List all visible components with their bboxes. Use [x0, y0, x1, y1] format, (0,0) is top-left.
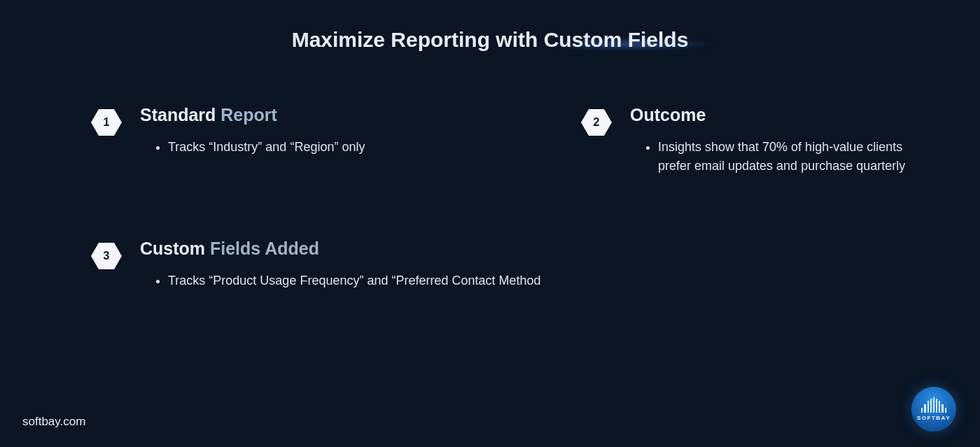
section-3: 3 Custom Fields Added Tracks “Product Us… — [0, 239, 980, 290]
list-item: Insights show that 70% of high-value cli… — [658, 138, 938, 176]
section-1-title-a: Standard — [140, 105, 220, 125]
slide-title-text: Maximize Reporting with Custom Fields — [292, 28, 689, 51]
section-1-list: Tracks “Industry” and “Region” only — [140, 138, 448, 157]
section-3-list: Tracks “Product Usage Frequency” and “Pr… — [140, 271, 630, 290]
section-1: 1 Standard Report Tracks “Industry” and … — [0, 105, 490, 176]
section-1-title: Standard Report — [140, 105, 448, 125]
section-3-title-a: Custom — [140, 239, 210, 258]
section-2: 2 Outcome Insights show that 70% of high… — [490, 105, 980, 176]
section-3-title: Custom Fields Added — [140, 239, 938, 259]
section-1-body: Standard Report Tracks “Industry” and “R… — [91, 105, 448, 157]
section-1-title-b: Report — [220, 105, 277, 125]
section-3-title-b: Fields Added — [210, 239, 319, 258]
list-item: Tracks “Industry” and “Region” only — [168, 138, 448, 157]
slide-title: Maximize Reporting with Custom Fields — [292, 28, 689, 52]
logo-text: SOFTBAY — [917, 415, 951, 421]
section-2-body: Outcome Insights show that 70% of high-v… — [581, 105, 938, 176]
logo-bars-icon — [921, 397, 946, 413]
slide-title-wrap: Maximize Reporting with Custom Fields — [0, 0, 980, 52]
section-2-title-a: Outcome — [630, 105, 706, 125]
section-2-title: Outcome — [630, 105, 938, 125]
list-item: Tracks “Product Usage Frequency” and “Pr… — [168, 271, 630, 290]
footer-url: softbay.com — [22, 415, 85, 429]
section-2-list: Insights show that 70% of high-value cli… — [630, 138, 938, 176]
softbay-logo: SOFTBAY — [911, 387, 956, 432]
sections-container: 1 Standard Report Tracks “Industry” and … — [0, 105, 980, 353]
section-3-body: Custom Fields Added Tracks “Product Usag… — [91, 239, 938, 290]
